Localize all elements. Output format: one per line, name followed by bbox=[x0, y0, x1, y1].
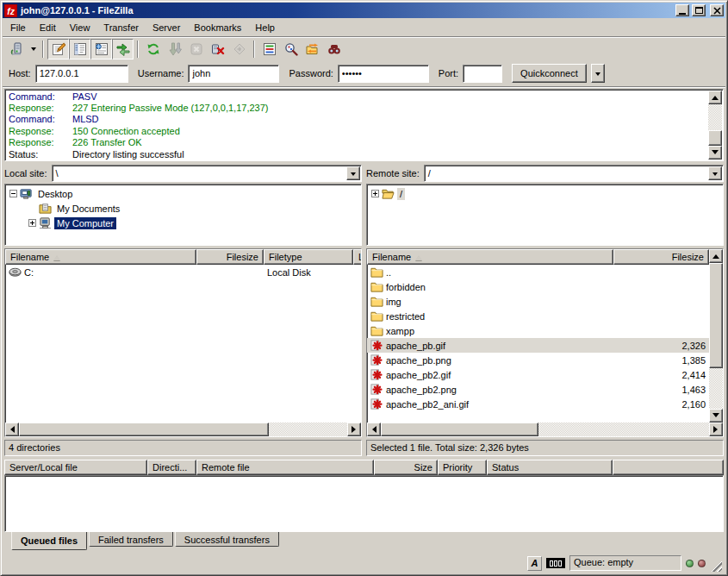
site-manager-dropdown[interactable] bbox=[28, 39, 39, 59]
scrollbar-track[interactable] bbox=[19, 423, 347, 436]
file-size: 2,414 bbox=[681, 370, 706, 380]
column-header-remote-file[interactable]: Remote file bbox=[196, 460, 374, 475]
site-manager-button[interactable] bbox=[6, 39, 28, 59]
maximize-button[interactable] bbox=[692, 4, 706, 16]
scrollbar-thumb[interactable] bbox=[381, 423, 538, 436]
tab-failed-transfers[interactable]: Failed transfers bbox=[89, 532, 173, 547]
scrollbar-thumb[interactable] bbox=[19, 423, 269, 436]
log-line-label: Response: bbox=[9, 126, 72, 136]
file-row[interactable]: restricted bbox=[367, 309, 709, 323]
password-input[interactable] bbox=[338, 65, 429, 83]
file-row[interactable]: apache_pb2_ani.gif 2,160 bbox=[367, 397, 709, 411]
data-type-indicator-icon[interactable]: A bbox=[527, 556, 542, 571]
scrollbar-thumb[interactable] bbox=[709, 263, 723, 368]
file-size: 2,160 bbox=[681, 399, 706, 410]
synchronized-browsing-button[interactable] bbox=[302, 39, 323, 59]
local-site-combo-button[interactable] bbox=[346, 166, 360, 180]
expand-icon[interactable] bbox=[371, 190, 379, 197]
column-header-filesize[interactable]: Filesize bbox=[613, 249, 709, 265]
app-icon[interactable] bbox=[4, 4, 17, 17]
process-queue-icon bbox=[168, 42, 182, 56]
toggle-transfer-queue-button[interactable] bbox=[112, 39, 134, 59]
reconnect-button[interactable] bbox=[228, 39, 250, 59]
file-row[interactable]: apache_pb2.gif 2,414 bbox=[367, 367, 709, 382]
expand-icon[interactable] bbox=[28, 219, 36, 227]
column-header-server-local-file[interactable]: Server/Local file bbox=[4, 460, 147, 475]
queue-list[interactable] bbox=[4, 475, 724, 532]
column-header-size[interactable]: Size bbox=[374, 460, 438, 475]
toggle-message-log-button[interactable] bbox=[47, 39, 69, 59]
directory-comparison-icon bbox=[284, 42, 298, 56]
quickconnect-dropdown[interactable] bbox=[591, 64, 605, 83]
tree-item-my-computer[interactable]: My Computer bbox=[6, 216, 360, 230]
filter-button[interactable] bbox=[258, 39, 280, 59]
resize-grip[interactable] bbox=[710, 560, 722, 572]
column-header-direction[interactable]: Directi... bbox=[147, 460, 196, 475]
image-file-icon bbox=[370, 368, 383, 381]
toggle-remote-tree-button[interactable] bbox=[90, 39, 112, 59]
column-header-last-modified[interactable]: L bbox=[353, 249, 361, 265]
username-input[interactable] bbox=[188, 65, 279, 83]
tree-item-my-documents[interactable]: My Documents bbox=[6, 201, 360, 216]
remote-site-combo[interactable]: / bbox=[424, 165, 724, 182]
toggle-local-tree-button[interactable] bbox=[69, 39, 90, 59]
cancel-operation-button[interactable] bbox=[185, 39, 207, 59]
close-button[interactable] bbox=[710, 4, 724, 16]
filter-icon bbox=[263, 42, 277, 56]
tab-queued-files[interactable]: Queued files bbox=[11, 532, 87, 550]
file-row[interactable]: xampp bbox=[367, 323, 709, 338]
scroll-down-button[interactable] bbox=[708, 146, 722, 160]
menu-bookmarks[interactable]: Bookmarks bbox=[187, 20, 248, 35]
menu-server[interactable]: Server bbox=[146, 20, 187, 35]
scroll-left-button[interactable] bbox=[367, 423, 381, 436]
file-row[interactable]: forbidden bbox=[367, 279, 709, 294]
scrollbar-track[interactable] bbox=[709, 263, 723, 409]
file-row[interactable]: .. bbox=[367, 265, 709, 279]
file-row-c-drive[interactable]: C: Local Disk bbox=[5, 265, 361, 279]
tree-item-desktop[interactable]: Desktop bbox=[6, 186, 360, 201]
column-header-priority[interactable]: Priority bbox=[438, 460, 487, 475]
column-header-filename[interactable]: Filename bbox=[367, 249, 613, 265]
column-header-filetype[interactable]: Filetype bbox=[264, 249, 353, 265]
scroll-right-button[interactable] bbox=[709, 423, 723, 436]
port-input[interactable] bbox=[463, 65, 502, 83]
local-site-combo[interactable]: \ bbox=[52, 165, 362, 182]
menu-help[interactable]: Help bbox=[248, 20, 282, 35]
file-name: apache_pb2.gif bbox=[386, 370, 451, 380]
scroll-right-button[interactable] bbox=[347, 423, 361, 436]
file-row-selected[interactable]: apache_pb.gif 2,326 bbox=[367, 338, 709, 353]
file-row[interactable]: apache_pb2.png 1,463 bbox=[367, 382, 709, 397]
collapse-icon[interactable] bbox=[9, 190, 17, 197]
menu-view[interactable]: View bbox=[63, 20, 97, 35]
menu-edit[interactable]: Edit bbox=[33, 20, 63, 35]
column-header-status[interactable]: Status bbox=[487, 460, 613, 475]
scroll-left-button[interactable] bbox=[5, 423, 19, 436]
refresh-button[interactable] bbox=[142, 39, 164, 59]
process-queue-button[interactable] bbox=[164, 39, 185, 59]
find-files-button[interactable] bbox=[323, 39, 345, 59]
column-header-filename[interactable]: Filename bbox=[5, 249, 196, 265]
scrollbar-track[interactable] bbox=[708, 104, 722, 146]
scroll-up-button[interactable] bbox=[708, 91, 722, 104]
host-input[interactable] bbox=[35, 65, 128, 83]
scrollbar-thumb[interactable] bbox=[708, 130, 722, 146]
refresh-icon bbox=[146, 42, 160, 56]
file-row[interactable]: apache_pb.png 1,385 bbox=[367, 353, 709, 367]
speed-limit-icon[interactable] bbox=[546, 558, 565, 568]
tree-item-root[interactable]: / bbox=[368, 186, 722, 201]
quickconnect-button[interactable]: Quickconnect bbox=[512, 64, 587, 83]
menu-file[interactable]: File bbox=[3, 20, 33, 35]
directory-comparison-button[interactable] bbox=[280, 39, 302, 59]
remote-site-value: / bbox=[428, 168, 431, 178]
scrollbar-track[interactable] bbox=[381, 423, 709, 436]
file-row[interactable]: img bbox=[367, 294, 709, 309]
menu-transfer[interactable]: Transfer bbox=[96, 20, 146, 35]
minimize-button[interactable] bbox=[675, 4, 689, 16]
column-header-filesize[interactable]: Filesize bbox=[196, 249, 264, 265]
message-log-content: Command:PASV Response:227 Entering Passi… bbox=[6, 91, 707, 160]
scroll-up-button[interactable] bbox=[709, 249, 723, 263]
remote-site-combo-button[interactable] bbox=[708, 166, 722, 180]
tab-successful-transfers[interactable]: Successful transfers bbox=[175, 532, 279, 547]
scroll-down-button[interactable] bbox=[709, 409, 723, 423]
disconnect-button[interactable] bbox=[207, 39, 228, 59]
